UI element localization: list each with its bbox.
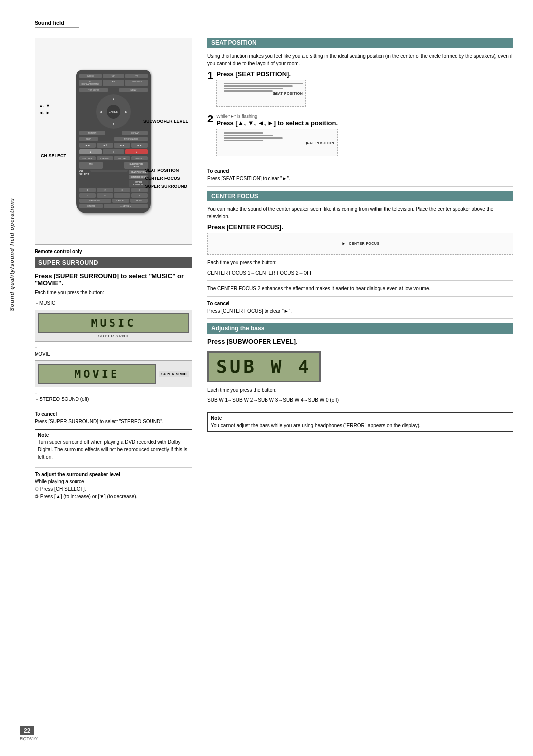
adjust-surround-label: To adjust the surround speaker level xyxy=(35,472,192,477)
cf-step-title: Press [CENTER FOCUS]. xyxy=(207,223,513,231)
arrow-down2: ↓ xyxy=(35,389,192,395)
sound-field-heading: Sound field xyxy=(35,20,79,28)
cf-to-cancel-label: To cancel xyxy=(207,301,513,306)
bass-note-box: Note You cannot adjust the bass while yo… xyxy=(207,412,513,432)
enter-button: ENTER xyxy=(107,105,120,119)
bass-sequence: SUB W 1→SUB W 2→SUB W 3→SUB W 4→SUB W 0 … xyxy=(207,397,513,404)
bass-step-title: Press [SUBWOOFER LEVEL]. xyxy=(207,338,513,345)
seat-position-label: SEAT POSITION xyxy=(145,166,187,174)
adjust-surround-text: While playing a source① Press [CH SELECT… xyxy=(35,478,192,500)
super-surround-header: SUPER SURROUND xyxy=(35,257,192,268)
note-box: Note Turn super surround off when playin… xyxy=(35,429,192,463)
cf-note2: The CENTER FOCUS 2 enhances the effect a… xyxy=(207,285,513,292)
arrows-label2: ◄, ► xyxy=(39,109,50,116)
seat-position-diagram1: ► SEAT POSITION xyxy=(216,80,306,107)
music-display-wrapper: MUSIC SUPER SRND xyxy=(35,310,192,342)
to-cancel-label: To cancel xyxy=(35,411,192,417)
stereo-off: →STEREO SOUND (off) xyxy=(35,396,192,403)
bass-header: Adjusting the bass xyxy=(207,323,513,334)
rqt-code: RQT6191 xyxy=(20,736,39,741)
diagram2-label: SEAT POSITION xyxy=(305,141,334,144)
sp-to-cancel-label: To cancel xyxy=(207,168,513,174)
sidebar-label: Sound quality/sound field operations xyxy=(9,198,15,311)
center-focus-label: CENTER FOCUS xyxy=(145,174,187,182)
seat-position-intro: Using this function makes you feel like … xyxy=(207,52,513,67)
remote-control-diagram: ▲, ▼ ◄, ► DVD/CD VCR TV FL DISPLAY/DIMMI… xyxy=(35,38,192,245)
music-sequence: →MUSIC xyxy=(35,299,192,307)
ch-select-label: CH SELECT xyxy=(41,152,66,159)
super-surround-title: Press [SUPER SURROUND] to select "MUSIC"… xyxy=(35,272,192,287)
super-srnd-mini: SUPER SRND xyxy=(159,371,189,377)
movie-display: MOVIE xyxy=(38,364,156,384)
bass-note-text: You cannot adjust the bass while you are… xyxy=(211,423,420,428)
step1-title: Press [SEAT POSITION]. xyxy=(216,70,306,78)
page-number: 22 xyxy=(20,726,34,735)
sub-display: SUB W 4 xyxy=(207,351,321,382)
music-display: MUSIC xyxy=(38,313,189,333)
subwoofer-level-label: SUBWOOFER LEVEL xyxy=(143,117,188,126)
seat-position-diagram2: ► SEAT POSITION xyxy=(216,129,338,156)
music-btn-label: SUPER SRND xyxy=(38,334,189,338)
arrows-label: ▲, ▼ xyxy=(39,102,50,109)
step2-title: Press [▲, ▼, ◄, ►] to select a position. xyxy=(216,119,338,127)
diagram1-label: SEAT POSITION xyxy=(273,91,303,95)
step1-number: 1 xyxy=(207,70,213,81)
while-label: While "►" is flashing xyxy=(216,114,338,119)
cf-each-time: Each time you press the button: xyxy=(207,259,513,266)
super-surround-label: SUPER SURROUND xyxy=(145,182,187,190)
cf-arrow: ► xyxy=(341,241,346,246)
movie-label: MOVIE xyxy=(35,350,192,358)
remote-only-label: Remote control only xyxy=(35,249,192,254)
arrow-down1: ↓ xyxy=(35,344,192,349)
cf-to-cancel-text: Press [CENTER FOCUS] to clear "►". xyxy=(207,307,513,315)
movie-display-wrapper: MOVIE SUPER SRND xyxy=(35,360,192,387)
nav-cluster: ▲ ▼ ◄ ► ENTER xyxy=(96,94,131,129)
seat-position-header: SEAT POSITION xyxy=(207,38,513,48)
cf-sequence: CENTER FOCUS 1→CENTER FOCUS 2→OFF xyxy=(207,269,513,277)
remote-body: DVD/CD VCR TV FL DISPLAY/DIMMING AUX FW/… xyxy=(76,70,151,213)
page-number-area: 22 RQT6191 xyxy=(20,726,39,741)
center-focus-header: CENTER FOCUS xyxy=(207,191,513,201)
sp-to-cancel-text: Press [SEAT POSITION] to clear "►". xyxy=(207,175,513,182)
cf-diagram: ► CENTER FOCUS xyxy=(207,233,513,255)
each-time-label: Each time you press the button: xyxy=(35,289,192,296)
cf-intro: You can make the sound of the center spe… xyxy=(207,205,513,220)
note-text: Turn super surround off when playing a D… xyxy=(38,439,187,460)
step2-number: 2 xyxy=(207,114,213,124)
cf-label: CENTER FOCUS xyxy=(349,242,379,245)
to-cancel-text: Press [SUPER SURROUND] to select "STEREO… xyxy=(35,418,192,425)
bass-each-time: Each time you press the button: xyxy=(207,386,513,394)
